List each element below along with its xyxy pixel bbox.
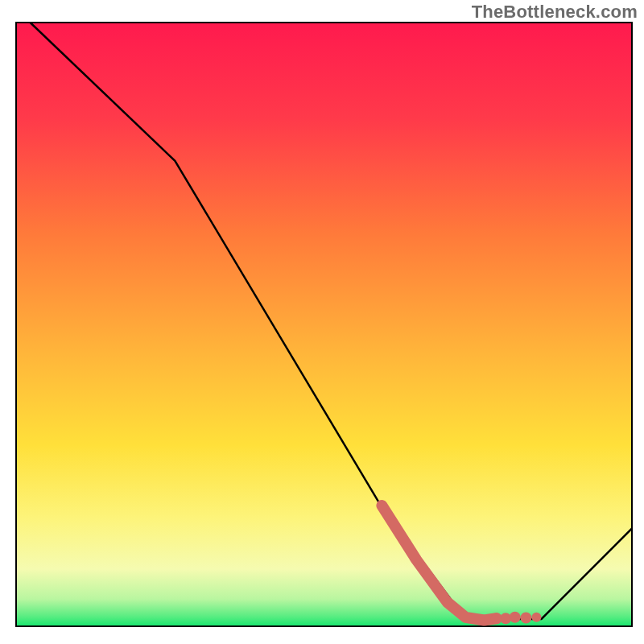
watermark-text: TheBottleneck.com [472, 2, 638, 23]
highlight-dot [531, 613, 541, 622]
highlight-dot [520, 613, 531, 624]
plot-background [16, 23, 632, 626]
chart-svg [0, 0, 644, 644]
highlight-dot [491, 613, 502, 624]
highlight-dot [510, 612, 521, 623]
chart-frame: TheBottleneck.com [0, 0, 644, 644]
